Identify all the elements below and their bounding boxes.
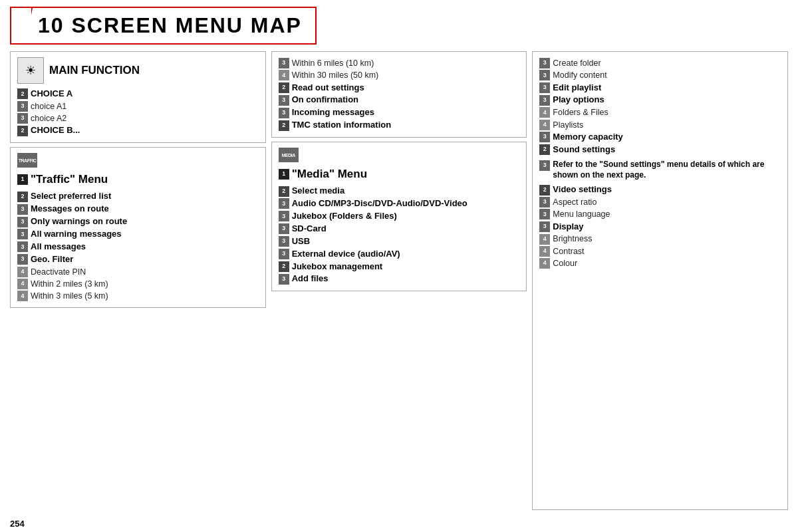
level-badge: 3 bbox=[279, 274, 289, 285]
item-label: Menu language bbox=[553, 209, 610, 219]
list-item: 2 Select preferred list bbox=[17, 190, 259, 203]
level-badge: 2 bbox=[17, 88, 28, 99]
item-label: Messages on route bbox=[31, 203, 109, 215]
content-area: ☀ MAIN FUNCTION 2 CHOICE A 3 choice A1 3… bbox=[10, 51, 788, 510]
level-badge: 3 bbox=[279, 108, 289, 118]
list-item: 4 Within 2 miles (3 km) bbox=[17, 278, 259, 290]
item-label: Only warnings on route bbox=[31, 216, 127, 227]
list-item: 2 Video settings bbox=[539, 184, 781, 196]
main-function-title: MAIN FUNCTION bbox=[49, 64, 140, 77]
item-label: Display bbox=[553, 221, 583, 233]
level-badge: 2 bbox=[539, 144, 550, 155]
page-number: 254 bbox=[10, 519, 25, 529]
item-label: Brightness bbox=[553, 233, 592, 244]
traffic-icon: TRAFFIC bbox=[17, 153, 37, 168]
level-badge: 3 bbox=[539, 132, 550, 142]
level-badge: 3 bbox=[17, 241, 28, 252]
level-badge: 3 bbox=[279, 211, 289, 221]
main-function-panel: ☀ MAIN FUNCTION 2 CHOICE A 3 choice A1 3… bbox=[10, 51, 266, 143]
level-badge: 3 bbox=[539, 197, 550, 207]
level-badge: 3 bbox=[279, 223, 289, 234]
media-menu-title: "Media" Menu bbox=[292, 167, 367, 182]
item-label: All warning messages bbox=[31, 229, 122, 240]
column-3: 3 Create folder 3 Modify content 3 Edit … bbox=[532, 51, 788, 510]
traffic-menu-title: "Traffic" Menu bbox=[31, 172, 108, 187]
level-badge: 3 bbox=[539, 95, 550, 106]
item-label: TMC station information bbox=[292, 120, 392, 131]
list-item: 3 All messages bbox=[17, 241, 259, 253]
level-badge: 1 bbox=[17, 174, 28, 185]
level-badge: 3 bbox=[17, 101, 28, 112]
list-item: 3 Geo. Filter bbox=[17, 253, 259, 266]
continuation-panel: 3 Within 6 miles (10 km) 4 Within 30 mil… bbox=[271, 51, 527, 138]
list-item: 3 Create folder bbox=[539, 57, 781, 69]
sun-icon: ☀ bbox=[17, 57, 44, 84]
col3-panel: 3 Create folder 3 Modify content 3 Edit … bbox=[532, 51, 788, 510]
level-badge: 3 bbox=[279, 58, 289, 68]
item-label: Create folder bbox=[553, 58, 600, 68]
media-panel: MEDIA 1 "Media" Menu 2 Select media 3 Au… bbox=[271, 142, 527, 291]
level-badge: 4 bbox=[279, 70, 289, 80]
list-item: 3 Messages on route bbox=[17, 203, 259, 215]
item-label: All messages bbox=[31, 241, 86, 253]
list-item: 3 Jukebox (Folders & Files) bbox=[279, 210, 520, 223]
level-badge: 2 bbox=[279, 120, 289, 131]
item-label: Jukebox management bbox=[292, 261, 383, 273]
item-label: Read out settings bbox=[292, 82, 364, 94]
level-badge: 3 bbox=[17, 113, 28, 124]
list-item: 4 Contrast bbox=[539, 245, 781, 257]
level-badge: 1 bbox=[279, 169, 289, 180]
level-badge: 2 bbox=[539, 185, 550, 196]
item-label: Video settings bbox=[553, 184, 612, 196]
item-label: CHOICE A bbox=[31, 88, 72, 100]
list-item: 4 Within 3 miles (5 km) bbox=[17, 290, 259, 302]
list-item: 2 CHOICE B... bbox=[17, 124, 259, 137]
item-label: Contrast bbox=[553, 246, 584, 257]
list-item: 3 Memory capacity bbox=[539, 131, 781, 144]
item-label: Audio CD/MP3-Disc/DVD-Audio/DVD-Video bbox=[292, 198, 467, 209]
item-label: Within 3 miles (5 km) bbox=[31, 291, 108, 301]
page: 10 SCREEN MENU MAP ☀ MAIN FUNCTION 2 CHO… bbox=[0, 0, 798, 532]
list-item: 3 Add files bbox=[279, 273, 520, 285]
item-label: Memory capacity bbox=[553, 132, 623, 143]
level-badge: 2 bbox=[279, 186, 289, 197]
level-badge: 3 bbox=[539, 160, 550, 171]
column-2: 3 Within 6 miles (10 km) 4 Within 30 mil… bbox=[271, 51, 527, 510]
list-item: 4 Brightness bbox=[539, 233, 781, 245]
level-badge: 2 bbox=[17, 192, 28, 202]
list-item: 3 Audio CD/MP3-Disc/DVD-Audio/DVD-Video bbox=[279, 198, 520, 210]
list-item: 3 Refer to the "Sound settings" menu det… bbox=[539, 158, 781, 182]
item-label: Jukebox (Folders & Files) bbox=[292, 211, 397, 222]
list-item: 4 Deactivate PIN bbox=[17, 266, 259, 278]
level-badge: 3 bbox=[539, 82, 550, 93]
list-item: 3 Aspect ratio bbox=[539, 196, 781, 208]
item-label: choice A2 bbox=[31, 113, 66, 124]
item-label: choice A1 bbox=[31, 101, 66, 112]
item-label: External device (audio/AV) bbox=[292, 249, 400, 260]
level-badge: 3 bbox=[17, 204, 28, 215]
list-item: 2 Sound settings bbox=[539, 144, 781, 156]
item-label: Select media bbox=[292, 186, 345, 197]
list-item: 3 Modify content bbox=[539, 69, 781, 81]
item-label: Add files bbox=[292, 273, 329, 285]
item-label: Edit playlist bbox=[553, 82, 601, 94]
list-item: 3 Menu language bbox=[539, 208, 781, 220]
list-item: 2 CHOICE A bbox=[17, 88, 259, 100]
level-badge: 4 bbox=[539, 246, 550, 257]
list-item: 3 Incoming messages bbox=[279, 106, 520, 119]
item-label: Geo. Filter bbox=[31, 254, 73, 265]
level-badge: 3 bbox=[539, 58, 550, 68]
list-item: 3 External device (audio/AV) bbox=[279, 248, 520, 261]
level-badge: 4 bbox=[17, 279, 28, 289]
item-label: On confirmation bbox=[292, 94, 358, 106]
item-label: Incoming messages bbox=[292, 107, 374, 118]
item-label: Modify content bbox=[553, 70, 606, 80]
level-badge: 4 bbox=[539, 107, 550, 118]
list-item: 3 USB bbox=[279, 235, 520, 248]
level-badge: 3 bbox=[539, 70, 550, 80]
item-label: CHOICE B... bbox=[31, 125, 80, 136]
item-label: Sound settings bbox=[553, 144, 615, 156]
list-item: 3 All warning messages bbox=[17, 228, 259, 241]
list-item: 4 Folders & Files bbox=[539, 106, 781, 118]
level-badge: 2 bbox=[279, 261, 289, 272]
